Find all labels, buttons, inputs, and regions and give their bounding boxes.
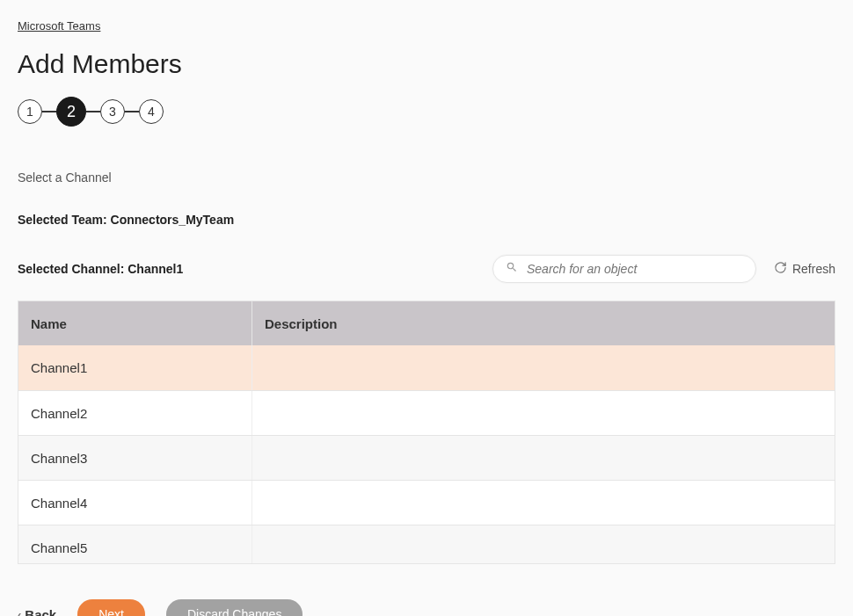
cell-description xyxy=(252,525,835,563)
table-row[interactable]: Channel2 xyxy=(18,390,835,435)
table-header: Name Description xyxy=(18,301,835,345)
cell-description xyxy=(252,436,835,480)
step-1[interactable]: 1 xyxy=(18,99,42,124)
table-row[interactable]: Channel1 xyxy=(18,345,835,390)
cell-description xyxy=(252,345,835,390)
column-header-description[interactable]: Description xyxy=(252,301,835,345)
table-body[interactable]: Channel1 Channel2 Channel3 Channel4 Chan… xyxy=(18,345,835,563)
cell-name: Channel5 xyxy=(18,525,252,563)
cell-name: Channel1 xyxy=(18,345,252,390)
stepper: 1 2 3 4 xyxy=(18,97,835,127)
refresh-label: Refresh xyxy=(792,262,835,276)
step-2[interactable]: 2 xyxy=(56,97,86,127)
discard-button[interactable]: Discard Changes xyxy=(166,599,303,616)
table-row[interactable]: Channel4 xyxy=(18,480,835,525)
cell-name: Channel2 xyxy=(18,391,252,435)
breadcrumb-link[interactable]: Microsoft Teams xyxy=(18,19,100,33)
channel-table: Name Description Channel1 Channel2 Chann… xyxy=(18,301,835,564)
search-icon xyxy=(506,261,527,277)
step-connector xyxy=(42,111,56,112)
search-box[interactable] xyxy=(492,255,756,283)
refresh-button[interactable]: Refresh xyxy=(774,261,835,277)
section-label: Select a Channel xyxy=(18,170,835,185)
refresh-icon xyxy=(774,261,787,277)
footer-actions: ‹ Back Next Discard Changes xyxy=(18,599,835,616)
selected-team: Selected Team: Connectors_MyTeam xyxy=(18,213,835,227)
cell-name: Channel4 xyxy=(18,481,252,525)
back-button[interactable]: ‹ Back xyxy=(18,607,56,617)
step-connector xyxy=(125,111,139,112)
page-title: Add Members xyxy=(18,49,835,79)
search-input[interactable] xyxy=(527,262,743,276)
step-4[interactable]: 4 xyxy=(139,99,164,124)
cell-name: Channel3 xyxy=(18,436,252,480)
table-row[interactable]: Channel5 xyxy=(18,525,835,563)
chevron-left-icon: ‹ xyxy=(18,608,21,617)
step-connector xyxy=(86,111,100,112)
cell-description xyxy=(252,391,835,435)
next-button[interactable]: Next xyxy=(77,599,145,616)
selected-channel: Selected Channel: Channel1 xyxy=(18,262,183,276)
back-label: Back xyxy=(25,607,56,617)
step-3[interactable]: 3 xyxy=(100,99,125,124)
cell-description xyxy=(252,481,835,525)
table-row[interactable]: Channel3 xyxy=(18,435,835,480)
column-header-name[interactable]: Name xyxy=(18,301,252,345)
